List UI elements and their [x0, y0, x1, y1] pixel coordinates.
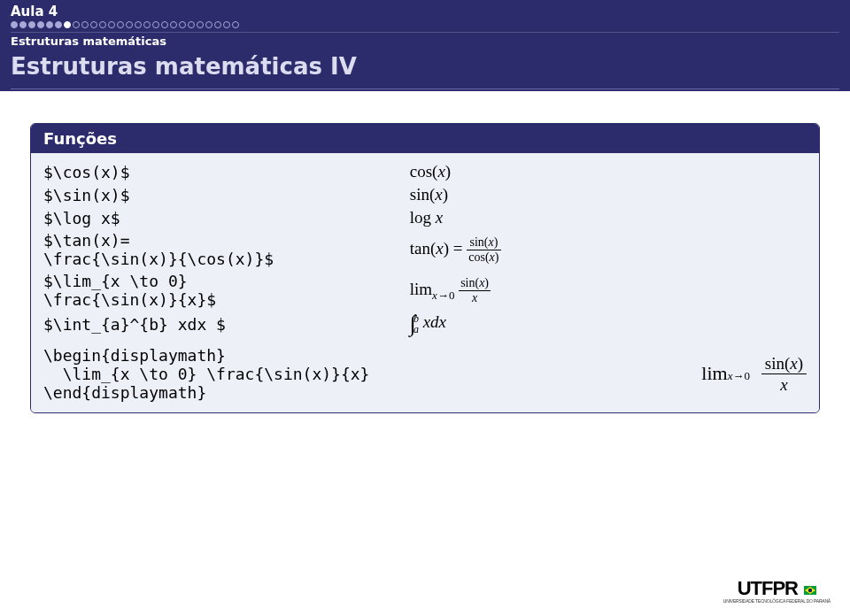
latex-source: $\sin(x)$	[43, 183, 410, 206]
table-row: $\log x$ log x	[43, 206, 807, 229]
utfpr-logo: UTFPR UNIVERSIDADE TECNOLÓGICA FEDERAL D…	[723, 577, 831, 604]
progress-dot	[37, 21, 44, 28]
progress-dot	[161, 21, 168, 28]
progress-dot	[223, 21, 230, 28]
progress-dot	[46, 21, 53, 28]
progress-dot	[19, 21, 27, 28]
progress-dot	[99, 21, 106, 28]
header-divider	[11, 32, 839, 33]
table-row: $\sin(x)$ sin(x)	[43, 183, 807, 206]
rendered-math: cos(x)	[410, 160, 807, 183]
progress-dot	[64, 21, 71, 28]
latex-source: \begin{displaymath} \lim_{x \to 0} \frac…	[43, 337, 410, 404]
progress-dot	[108, 21, 115, 28]
progress-dot	[197, 21, 204, 28]
latex-source: $\cos(x)$	[43, 160, 410, 183]
table-row: $\tan(x)= \frac{\sin(x)}{\cos(x)}$ tan(x…	[43, 229, 807, 270]
examples-table: $\cos(x)$ cos(x) $\sin(x)$ sin(x) $\log …	[43, 160, 807, 404]
title-rule	[11, 89, 839, 89]
svg-point-2	[808, 589, 812, 592]
progress-dot	[126, 21, 133, 28]
progress-dot	[90, 21, 97, 28]
slide-title: Estruturas matemáticas IV	[11, 53, 839, 80]
progress-dot	[73, 21, 80, 28]
table-row: \begin{displaymath} \lim_{x \to 0} \frac…	[43, 337, 807, 404]
latex-source: $\lim_{x \to 0} \frac{\sin(x)}{x}$	[43, 270, 410, 311]
progress-dot	[11, 21, 18, 28]
progress-dot	[28, 21, 35, 28]
latex-source: $\log x$	[43, 206, 410, 229]
progress-dot	[170, 21, 177, 28]
rendered-math-display: limx→0 sin(x)x	[410, 337, 807, 404]
progress-dot	[152, 21, 159, 28]
rendered-math: sin(x)	[410, 183, 807, 206]
progress-dot	[81, 21, 89, 28]
progress-dot	[205, 21, 212, 28]
slide-header: Aula 4 Estruturas matemáticas Estruturas…	[0, 0, 850, 91]
progress-dots	[11, 21, 839, 28]
progress-dot	[55, 21, 62, 28]
section-label: Estruturas matemáticas	[11, 35, 839, 48]
functions-block: Funções $\cos(x)$ cos(x) $\sin(x)$ sin(x…	[30, 123, 820, 413]
slide-body: Funções $\cos(x)$ cos(x) $\sin(x)$ sin(x…	[0, 91, 850, 413]
progress-dot	[188, 21, 195, 28]
progress-dot	[214, 21, 221, 28]
progress-dot	[179, 21, 186, 28]
latex-source: $\tan(x)= \frac{\sin(x)}{\cos(x)}$	[43, 229, 410, 270]
latex-source: $\int_{a}^{b} xdx $	[43, 311, 410, 337]
logo-subtitle: UNIVERSIDADE TECNOLÓGICA FEDERAL DO PARA…	[723, 598, 831, 604]
progress-dot	[143, 21, 151, 28]
progress-dot	[135, 21, 142, 28]
rendered-math: log x	[410, 206, 807, 229]
progress-dot	[232, 21, 239, 28]
rendered-math: tan(x) = sin(x)cos(x)	[410, 229, 807, 270]
brazil-flag-icon	[804, 577, 816, 600]
logo-text: UTFPR	[723, 577, 831, 600]
block-body: $\cos(x)$ cos(x) $\sin(x)$ sin(x) $\log …	[31, 153, 819, 412]
block-title: Funções	[31, 124, 819, 153]
table-row: $\int_{a}^{b} xdx $ ∫ba xdx	[43, 311, 807, 337]
progress-dot	[117, 21, 124, 28]
table-row: $\lim_{x \to 0} \frac{\sin(x)}{x}$ limx→…	[43, 270, 807, 311]
rendered-math: ∫ba xdx	[410, 311, 807, 337]
rendered-math: limx→0 sin(x)x	[410, 270, 807, 311]
table-row: $\cos(x)$ cos(x)	[43, 160, 807, 183]
lecture-title: Aula 4	[11, 4, 839, 19]
